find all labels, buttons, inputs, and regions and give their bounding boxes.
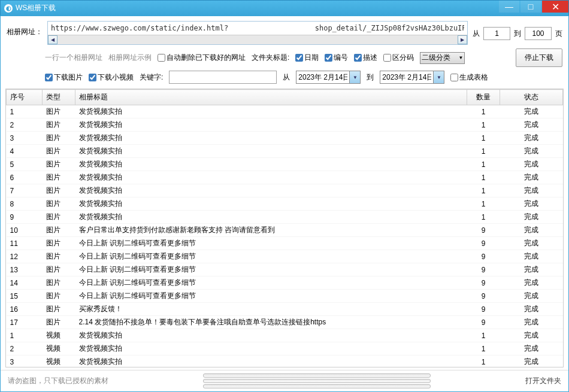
cell-type: 图片 [43,237,75,250]
results-table-wrap[interactable]: 序号 类型 相册标题 数量 状态 1图片发货视频实拍1完成2图片发货视频实拍1完… [5,89,564,367]
table-row[interactable]: 16图片买家秀反馈！9完成 [7,303,563,316]
cell-qty: 1 [467,158,500,171]
titlebar: ◐ WS相册下载 — □ ✕ [0,0,569,16]
table-row[interactable]: 3视频发货视频实拍1完成 [7,355,563,368]
cell-type: 图片 [43,118,75,132]
url-input-wrap: ◀ ▶ [47,21,468,45]
table-row[interactable]: 13图片今日上新 识别二维码可查看更多细节9完成 [7,263,563,276]
auto-delete-label: 自动删除已下载好的网址 [167,53,246,63]
cell-title: 发货视频实拍 [75,158,467,171]
cell-title: 发货视频实拍 [75,355,467,368]
category-label: 二级分类 [422,53,450,63]
url-scrollbar[interactable]: ◀ ▶ [48,35,467,44]
desc-checkbox[interactable] [354,54,362,62]
keyword-label: 关键字: [140,72,163,83]
number-checkbox[interactable] [325,54,332,62]
col-type[interactable]: 类型 [43,90,75,105]
cell-qty: 1 [467,342,500,355]
gen-table-label: 生成表格 [459,72,488,83]
scroll-right-icon[interactable]: ▶ [458,35,467,44]
cell-qty: 9 [467,276,500,290]
cb-number-label: 编号 [334,53,348,63]
close-button[interactable]: ✕ [542,1,568,13]
date-from-label: 从 [283,72,290,83]
download-video-label: 下载小视频 [98,72,134,83]
stop-download-button[interactable]: 停止下载 [516,48,562,67]
table-row[interactable]: 15图片今日上新 识别二维码可查看更多细节9完成 [7,290,563,303]
table-row[interactable]: 3图片发货视频实拍1完成 [7,132,563,145]
download-video-checkbox[interactable] [89,74,96,81]
cell-type: 图片 [43,158,75,171]
example-link[interactable]: 相册网址示例 [108,53,152,63]
category-combo[interactable]: 二级分类▼ [420,52,465,64]
url-input[interactable] [48,22,467,35]
date-to-label: 到 [367,72,374,83]
cell-seq: 3 [7,355,43,368]
cell-type: 图片 [43,105,75,118]
range-to-input[interactable] [525,27,552,40]
cell-status: 完成 [500,316,563,329]
maximize-button[interactable]: □ [520,1,541,13]
cell-qty: 1 [467,355,500,368]
table-row[interactable]: 4图片发货视频实拍1完成 [7,145,563,158]
gen-table-checkbox[interactable] [450,74,458,81]
scroll-left-icon[interactable]: ◀ [48,35,57,44]
cell-qty: 9 [467,290,500,303]
table-row[interactable]: 1视频发货视频实拍1完成 [7,329,563,342]
window-title: WS相册下载 [16,3,499,13]
cell-type: 图片 [43,316,75,329]
table-row[interactable]: 12图片今日上新 识别二维码可查看更多细节9完成 [7,250,563,263]
cell-title: 今日上新 识别二维码可查看更多细节 [75,250,467,263]
table-row[interactable]: 5图片发货视频实拍1完成 [7,158,563,171]
minimize-button[interactable]: — [499,1,519,13]
table-row[interactable]: 1图片发货视频实拍1完成 [7,105,563,118]
table-row[interactable]: 17图片2.14 发货随拍不接急单！要毒包装下单要备注哦自助查单号选款连接链接h… [7,316,563,329]
cb-barcode-label: 区分码 [392,53,414,63]
table-row[interactable]: 14图片今日上新 识别二维码可查看更多细节9完成 [7,276,563,290]
one-per-line-link[interactable]: 一行一个相册网址 [45,53,102,63]
cell-title: 发货视频实拍 [75,132,467,145]
download-image-checkbox[interactable] [45,74,53,81]
cell-type: 图片 [43,250,75,263]
cell-seq: 8 [7,197,43,211]
cell-seq: 4 [7,145,43,158]
col-qty[interactable]: 数量 [467,90,500,105]
keyword-input[interactable] [169,71,277,84]
table-row[interactable]: 11图片今日上新 识别二维码可查看更多细节9完成 [7,237,563,250]
cell-status: 完成 [500,250,563,263]
cell-qty: 9 [467,224,500,237]
table-row[interactable]: 9图片发货视频实拍1完成 [7,211,563,224]
auto-delete-checkbox[interactable] [158,54,165,62]
cell-seq: 9 [7,211,43,224]
url-label: 相册网址： [7,21,43,37]
cell-qty: 1 [467,171,500,184]
table-row[interactable]: 8图片发货视频实拍1完成 [7,197,563,211]
cell-seq: 1 [7,329,43,342]
col-status[interactable]: 状态 [500,90,563,105]
table-row[interactable]: 7图片发货视频实拍1完成 [7,184,563,197]
date-from-dropdown-icon[interactable]: ▼ [349,71,360,83]
cell-type: 图片 [43,171,75,184]
cell-seq: 2 [7,118,43,132]
table-row[interactable]: 10图片客户日常出单支持货到付款感谢新老顾客支持 咨询请留意看到9完成 [7,224,563,237]
results-table: 序号 类型 相册标题 数量 状态 1图片发货视频实拍1完成2图片发货视频实拍1完… [6,89,563,367]
date-checkbox[interactable] [295,54,303,62]
date-from-input[interactable] [296,73,349,81]
open-folder-link[interactable]: 打开文件夹 [525,376,561,386]
range-from-input[interactable] [483,27,510,40]
cell-title: 发货视频实拍 [75,145,467,158]
cell-qty: 1 [467,197,500,211]
date-to-dropdown-icon[interactable]: ▼ [433,71,444,83]
col-seq[interactable]: 序号 [7,90,43,105]
cell-qty: 9 [467,237,500,250]
cell-title: 今日上新 识别二维码可查看更多细节 [75,237,467,250]
table-row[interactable]: 2视频发货视频实拍1完成 [7,342,563,355]
barcode-checkbox[interactable] [383,54,391,62]
table-row[interactable]: 6图片发货视频实拍1完成 [7,171,563,184]
col-title[interactable]: 相册标题 [75,90,467,105]
cell-qty: 1 [467,211,500,224]
cell-seq: 5 [7,158,43,171]
cell-qty: 1 [467,105,500,118]
table-row[interactable]: 2图片发货视频实拍1完成 [7,118,563,132]
date-to-input[interactable] [380,73,433,81]
